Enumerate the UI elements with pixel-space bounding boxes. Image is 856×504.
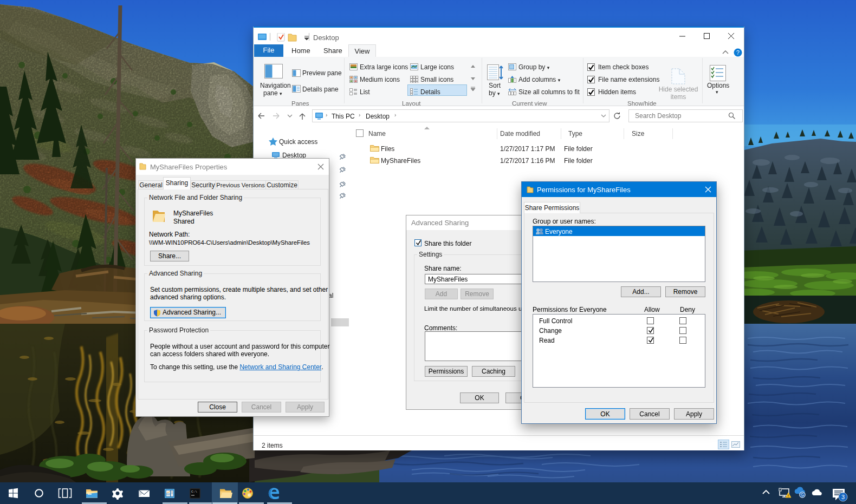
svg-text:?: ? — [736, 49, 740, 56]
svg-text:C:\: C:\ — [191, 490, 197, 494]
svg-text:3: 3 — [841, 494, 845, 500]
